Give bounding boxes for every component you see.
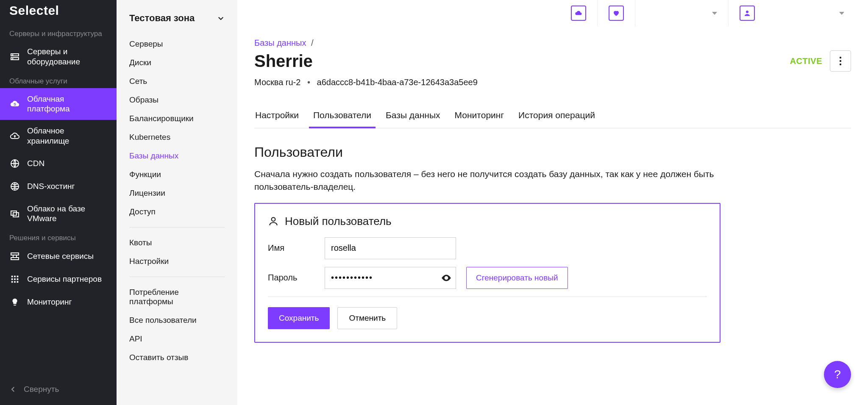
svg-point-24 — [272, 218, 275, 222]
tab-monitoring[interactable]: Мониторинг — [454, 104, 505, 128]
cloud-balance-icon — [571, 6, 586, 21]
page-title: Sherrie — [254, 52, 313, 71]
subnav-item-consumption[interactable]: Потребление платформы — [117, 283, 237, 311]
vmware-icon — [9, 208, 20, 219]
subnav-item-images[interactable]: Образы — [117, 91, 237, 109]
sidebar-item-vmware[interactable]: Облако на базе VMware — [0, 198, 117, 230]
subnav-item-feedback[interactable]: Оставить отзыв — [117, 348, 237, 367]
sidebar-item-label: Облако на базе VMware — [27, 204, 107, 224]
subnav-item-kubernetes[interactable]: Kubernetes — [117, 128, 237, 147]
network-icon — [9, 251, 20, 262]
breadcrumb-link-databases[interactable]: Базы данных — [254, 38, 306, 47]
svg-rect-12 — [14, 276, 16, 277]
svg-point-2 — [13, 55, 13, 55]
tab-history[interactable]: История операций — [517, 104, 596, 128]
subnav-item-balancers[interactable]: Балансировщики — [117, 109, 237, 128]
sidebar-item-dns[interactable]: DNS-хостинг — [0, 175, 117, 198]
sidebar-item-partners[interactable]: Сервисы партнеров — [0, 268, 117, 291]
eye-icon — [441, 272, 452, 283]
sidebar-section-label: Решения и сервисы — [0, 230, 117, 245]
status-badge: ACTIVE — [790, 56, 822, 66]
tab-databases[interactable]: Базы данных — [385, 104, 441, 128]
chevron-down-icon — [712, 12, 717, 15]
topbar — [237, 0, 868, 26]
breadcrumb-separator: / — [309, 38, 316, 47]
divider — [268, 297, 707, 297]
new-user-card: Новый пользователь Имя Пароль Сгенериров… — [254, 203, 721, 343]
svg-rect-11 — [11, 276, 13, 277]
cloud-s-icon: S — [9, 98, 20, 109]
svg-rect-13 — [17, 276, 19, 277]
svg-rect-15 — [14, 278, 16, 280]
subnav-item-disks[interactable]: Диски — [117, 53, 237, 72]
tab-settings[interactable]: Настройки — [254, 104, 300, 128]
svg-point-20 — [746, 11, 748, 13]
server-icon — [9, 51, 20, 62]
svg-rect-9 — [11, 253, 19, 255]
svg-rect-18 — [14, 281, 16, 283]
help-button[interactable]: ? — [824, 361, 851, 388]
user-icon — [740, 6, 755, 21]
globe-icon — [9, 158, 20, 169]
topbar-project-selector[interactable] — [635, 0, 728, 26]
subnav-item-network[interactable]: Сеть — [117, 72, 237, 91]
sidebar-item-label: CDN — [27, 158, 45, 169]
sidebar-item-label: Облачное хранилище — [27, 126, 107, 146]
sidebar-section-label: Серверы и инфраструктура — [0, 25, 117, 41]
sidebar-secondary: Тестовая зона Серверы Диски Сеть Образы … — [117, 0, 237, 405]
name-input[interactable] — [325, 237, 456, 259]
sidebar-section-label: Облачные услуги — [0, 73, 117, 88]
subnav-item-access[interactable]: Доступ — [117, 202, 237, 221]
password-input[interactable] — [325, 267, 456, 289]
subnav-item-settings[interactable]: Настройки — [117, 252, 237, 271]
subnav-item-api[interactable]: API — [117, 330, 237, 348]
svg-point-22 — [840, 60, 841, 62]
topbar-balance-slot[interactable] — [560, 0, 597, 26]
sidebar-item-label: Облачная платформа — [27, 94, 107, 114]
chevron-down-icon — [217, 14, 225, 22]
topbar-favorites-slot[interactable] — [597, 0, 635, 26]
subnav-item-all-users[interactable]: Все пользователи — [117, 311, 237, 330]
svg-rect-17 — [11, 281, 13, 283]
brand-logo: Selectel — [0, 0, 117, 25]
toggle-password-visibility[interactable] — [441, 272, 452, 283]
tab-users[interactable]: Пользователи — [312, 104, 372, 128]
svg-point-3 — [13, 58, 13, 59]
subnav-item-servers[interactable]: Серверы — [117, 35, 237, 53]
subnav-item-functions[interactable]: Функции — [117, 165, 237, 184]
sidebar-item-label: DNS-хостинг — [27, 181, 75, 191]
save-button[interactable]: Сохранить — [268, 307, 330, 329]
sidebar-item-label: Сетевые сервисы — [27, 251, 94, 261]
section-title: Пользователи — [254, 144, 851, 160]
sidebar-item-network[interactable]: Сетевые сервисы — [0, 245, 117, 268]
subnav-item-databases[interactable]: Базы данных — [117, 147, 237, 165]
zone-selector[interactable]: Тестовая зона — [117, 9, 237, 35]
instance-uuid: a6daccc8-b41b-4baa-a73e-12643a3a5ee9 — [317, 78, 478, 87]
sidebar-item-label: Мониторинг — [27, 297, 72, 307]
content: Базы данных / Sherrie ACTIVE Москва ru-2… — [237, 26, 868, 405]
user-outline-icon — [268, 216, 279, 227]
cloud-upload-icon — [9, 130, 20, 141]
meta-separator: • — [303, 78, 314, 87]
more-actions-button[interactable] — [830, 50, 851, 72]
sidebar-collapse[interactable]: Свернуть — [0, 377, 117, 405]
sidebar-primary: Selectel Серверы и инфраструктура Сервер… — [0, 0, 117, 405]
chevron-down-icon — [839, 12, 844, 15]
svg-rect-16 — [17, 278, 19, 280]
lightbulb-icon — [9, 297, 20, 308]
sidebar-item-servers[interactable]: Серверы и оборудование — [0, 41, 117, 73]
sidebar-item-cdn[interactable]: CDN — [0, 152, 117, 175]
sidebar-item-label: Сервисы партнеров — [27, 274, 102, 284]
sidebar-item-cloud-platform[interactable]: S Облачная платформа — [0, 88, 117, 120]
chevron-left-icon — [9, 386, 17, 393]
cancel-button[interactable]: Отменить — [337, 307, 397, 329]
svg-point-25 — [445, 277, 447, 279]
generate-password-button[interactable]: Сгенерировать новый — [466, 267, 568, 289]
topbar-account-selector[interactable] — [728, 0, 855, 26]
instance-meta: Москва ru-2 • a6daccc8-b41b-4baa-a73e-12… — [254, 78, 851, 87]
sidebar-item-monitoring[interactable]: Мониторинг — [0, 291, 117, 313]
zone-title: Тестовая зона — [129, 13, 195, 24]
subnav-item-quotas[interactable]: Квоты — [117, 233, 237, 252]
subnav-item-licenses[interactable]: Лицензии — [117, 184, 237, 202]
sidebar-item-cloud-storage[interactable]: Облачное хранилище — [0, 120, 117, 152]
